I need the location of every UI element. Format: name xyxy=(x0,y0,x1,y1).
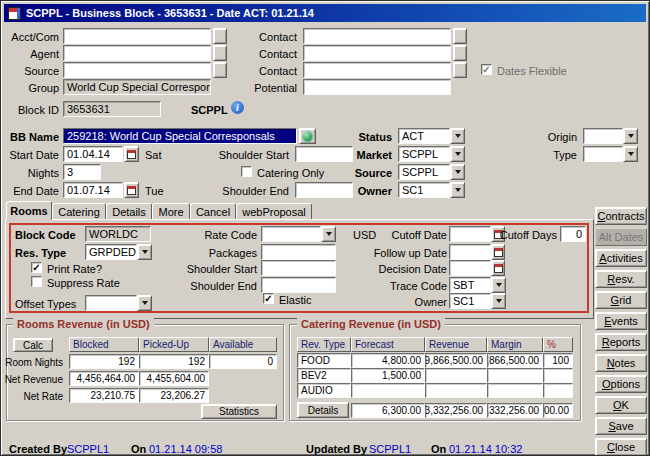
rate-code-dropdown-button[interactable] xyxy=(321,226,336,242)
offset-types-field[interactable] xyxy=(85,295,137,311)
origin-field[interactable] xyxy=(583,128,623,144)
trace-code-field[interactable]: SBT xyxy=(449,277,491,293)
contact2-lov-button[interactable] xyxy=(453,45,467,61)
ok-button[interactable]: OK xyxy=(595,396,647,414)
save-button[interactable]: Save xyxy=(595,417,647,435)
contact3-lov-button[interactable] xyxy=(453,62,467,78)
tab-catering[interactable]: Catering xyxy=(52,203,106,220)
acct-com-field[interactable] xyxy=(63,28,211,44)
start-date-label: Start Date xyxy=(3,147,59,162)
tab-webproposal[interactable]: webProposal xyxy=(236,203,312,220)
agent-field[interactable] xyxy=(63,45,211,61)
rate-code-field[interactable] xyxy=(261,226,321,242)
shoulder-end-field[interactable] xyxy=(295,182,353,198)
acct-com-label: Acct/Com xyxy=(3,29,59,44)
net-revenue-blocked: 4,456,464.00 xyxy=(69,371,139,386)
shoulder-start-field[interactable] xyxy=(295,146,353,162)
updated-on-label: On xyxy=(431,441,446,456)
tab-cancel[interactable]: Cancel xyxy=(190,203,236,220)
contact1-lov-button[interactable] xyxy=(453,28,467,44)
catering-row-revenue: 9,866,500.00 xyxy=(425,353,487,368)
cutoff-date-field[interactable] xyxy=(449,226,491,242)
owner-field[interactable]: SC1 xyxy=(398,182,450,198)
shoulder-end-label: Shoulder End xyxy=(222,183,289,198)
details-button[interactable]: Details xyxy=(297,402,349,418)
contracts-button[interactable]: Contracts xyxy=(595,207,647,225)
follow-up-calendar-button[interactable] xyxy=(491,244,505,260)
start-day-label: Sat xyxy=(145,147,162,162)
created-by-user: SCPPL1 xyxy=(67,441,109,456)
agent-label: Agent xyxy=(3,46,59,61)
origin-dropdown-button[interactable] xyxy=(623,128,638,144)
col-rev-type: Rev. Type xyxy=(297,337,351,352)
info-icon[interactable]: i xyxy=(231,101,244,114)
tab-owner-dropdown-button[interactable] xyxy=(491,293,506,309)
market-label: Market xyxy=(357,147,392,162)
tab-owner-field[interactable]: SC1 xyxy=(449,293,491,309)
tab-rooms[interactable]: Rooms xyxy=(6,201,52,220)
start-date-calendar-button[interactable] xyxy=(124,146,139,162)
statistics-button[interactable]: Statistics xyxy=(201,404,277,419)
elastic-checkbox[interactable]: ✓ xyxy=(263,293,274,304)
activities-button[interactable]: Activities xyxy=(595,249,647,267)
market-field[interactable]: SCPPL xyxy=(398,146,450,162)
source2-field[interactable]: SCPPL xyxy=(398,164,450,180)
start-date-field[interactable]: 01.04.14 xyxy=(63,146,123,162)
calc-button[interactable]: Calc xyxy=(13,338,53,352)
acct-com-lov-button[interactable] xyxy=(213,28,227,44)
reports-button[interactable]: Reports xyxy=(595,333,647,351)
tab-shoulder-start-field[interactable] xyxy=(261,260,336,276)
row-label-room-nights: Room Nights xyxy=(5,355,63,370)
contact2-field[interactable] xyxy=(303,45,451,61)
potential-field[interactable] xyxy=(303,79,451,95)
tab-shoulder-end-field[interactable] xyxy=(261,277,336,293)
market-dropdown-button[interactable] xyxy=(450,146,465,162)
suppress-rate-checkbox[interactable] xyxy=(31,276,42,287)
events-button[interactable]: Events xyxy=(595,312,647,330)
grid-button[interactable]: Grid xyxy=(595,291,647,309)
bb-name-field[interactable]: 259218: World Cup Special Corresponsals xyxy=(63,128,297,144)
options-button[interactable]: Options xyxy=(595,375,647,393)
source-lov-button[interactable] xyxy=(213,62,227,78)
type-field[interactable] xyxy=(583,146,623,162)
owner-dropdown-button[interactable] xyxy=(450,182,465,198)
status-dropdown-button[interactable] xyxy=(450,128,465,144)
globe-icon xyxy=(302,131,313,142)
offset-types-dropdown-button[interactable] xyxy=(137,295,152,311)
origin-label: Origin xyxy=(548,129,577,144)
nights-field[interactable]: 3 xyxy=(63,164,101,180)
title-bar[interactable]: SCPPL - Business Block - 3653631 - Date … xyxy=(4,4,646,22)
tab-more[interactable]: More xyxy=(152,203,190,220)
status-field[interactable]: ACT xyxy=(398,128,450,144)
contact3-field[interactable] xyxy=(303,62,451,78)
business-block-window: SCPPL - Business Block - 3653631 - Date … xyxy=(0,0,650,456)
type-dropdown-button[interactable] xyxy=(623,146,638,162)
print-rate-checkbox[interactable]: ✓ xyxy=(31,262,42,273)
source-dropdown-button[interactable] xyxy=(450,164,465,180)
bb-name-globe-button[interactable] xyxy=(299,128,316,144)
end-date-field[interactable]: 01.07.14 xyxy=(63,182,123,198)
resv-button[interactable]: Resv. xyxy=(595,270,647,288)
end-date-calendar-button[interactable] xyxy=(124,182,139,198)
follow-up-date-label: Follow up Date xyxy=(374,245,447,260)
res-type-dropdown-button[interactable] xyxy=(137,244,152,260)
col-margin: Margin xyxy=(487,337,543,352)
decision-date-field[interactable] xyxy=(449,260,491,276)
notes-button[interactable]: Notes xyxy=(595,354,647,372)
res-type-field[interactable]: GRPDED xyxy=(85,244,137,260)
cutoff-days-field[interactable]: 0 xyxy=(560,226,586,242)
source-field[interactable] xyxy=(63,62,211,78)
agent-lov-button[interactable] xyxy=(213,45,227,61)
packages-label: Packages xyxy=(209,245,257,260)
decision-calendar-button[interactable] xyxy=(491,260,505,276)
catering-only-checkbox[interactable] xyxy=(241,166,252,177)
packages-field[interactable] xyxy=(261,244,336,260)
tab-owner-label: Owner xyxy=(415,294,447,309)
close-button[interactable]: Close xyxy=(595,438,647,456)
tab-details[interactable]: Details xyxy=(106,203,152,220)
trace-code-dropdown-button[interactable] xyxy=(491,277,506,293)
catering-row-type: BEV2 xyxy=(297,368,351,383)
dates-flexible-checkbox[interactable]: ✓ xyxy=(481,64,492,75)
follow-up-date-field[interactable] xyxy=(449,244,491,260)
contact1-field[interactable] xyxy=(303,28,451,44)
